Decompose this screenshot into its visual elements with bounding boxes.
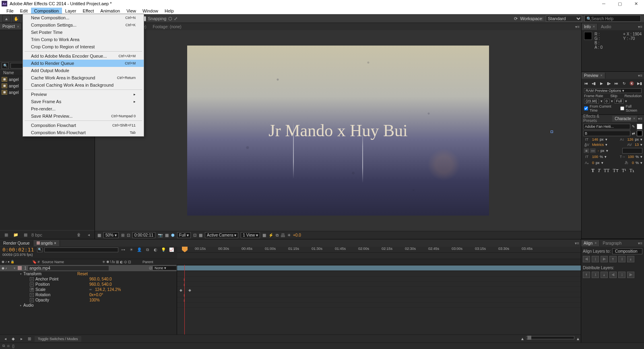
parent-pickwhip-icon[interactable]: @ xyxy=(149,266,153,270)
menu-edit[interactable]: Edit xyxy=(17,8,31,14)
rgb-icon[interactable]: ⬢ xyxy=(171,233,175,237)
close-icon[interactable]: × xyxy=(54,241,56,245)
viewer-timecode[interactable]: 0:00:02:11 xyxy=(132,232,155,238)
menu-item[interactable]: Composition Settings...Ctrl+K xyxy=(23,21,144,29)
skip-dropdown[interactable]: 0 xyxy=(604,99,609,104)
flowchart-icon[interactable]: 品 xyxy=(281,233,285,238)
menu-view[interactable]: View xyxy=(123,8,139,14)
timeline-tracks-area[interactable]: II◆◆II xyxy=(177,265,581,334)
all-caps-icon[interactable]: TT xyxy=(604,168,610,174)
menu-item[interactable]: Composition Mini-FlowchartTab xyxy=(23,129,144,136)
menu-help[interactable]: Help xyxy=(161,8,177,14)
menu-item[interactable]: Save RAM Preview...Ctrl+Numpad 0 xyxy=(23,112,144,120)
resolution-dropdown[interactable]: Full ▾ xyxy=(177,232,191,238)
close-icon[interactable]: × xyxy=(17,25,19,29)
status-icon[interactable]: ⧉ xyxy=(2,344,5,348)
dist-vcenter-icon[interactable]: ⫱ xyxy=(592,272,599,278)
menu-item[interactable]: Pre-render... xyxy=(23,105,144,112)
baseline-value[interactable]: 0 xyxy=(592,161,594,165)
sync-icon[interactable]: ⟳ xyxy=(514,16,518,21)
timeline-layer-row[interactable]: ◉♪ ▾ 1 angels.mp4 @ None ▾ xyxy=(0,265,177,271)
search-help-input[interactable]: 🔍 Search Help xyxy=(584,15,641,22)
comp-mini-flow-icon[interactable]: ⊶ xyxy=(120,247,126,253)
menu-item[interactable]: Cache Work Area in BackgroundCtrl+Return xyxy=(23,74,144,81)
footage-viewer-label[interactable]: Footage: (none) xyxy=(150,24,185,30)
leading-value[interactable]: 126 xyxy=(627,137,633,141)
shy-icon[interactable]: 👤 xyxy=(136,247,142,253)
menu-item[interactable]: Add Output Module xyxy=(23,67,144,74)
panel-menu-icon[interactable]: ▾≡ xyxy=(575,241,581,245)
menu-item[interactable]: Composition FlowchartCtrl+Shift+F11 xyxy=(23,122,144,129)
search-clear-icon[interactable]: ◂ xyxy=(85,232,92,238)
effects-presets-tab[interactable]: Effects & Presets xyxy=(582,113,612,124)
paragraph-tab[interactable]: Paragraph xyxy=(600,240,625,246)
composition-viewer[interactable]: Jr Mando x Huy Bui xyxy=(95,30,581,231)
menu-item[interactable]: Trim Comp to Work Area xyxy=(23,36,144,43)
audio-toggle-icon[interactable]: ♪ xyxy=(5,266,7,270)
faux-italic-icon[interactable]: T xyxy=(598,168,601,174)
roi-icon[interactable]: ⊡ xyxy=(193,233,196,237)
align-tab[interactable]: Align× xyxy=(581,240,600,246)
layer-color-label[interactable] xyxy=(18,266,22,270)
video-toggle-icon[interactable]: ◉ xyxy=(2,266,4,270)
pixel-aspect-icon[interactable]: ▦ xyxy=(262,233,266,237)
menu-item[interactable]: Set Poster Time xyxy=(23,29,144,36)
snap-expand-icon[interactable]: ⤢ xyxy=(174,16,178,21)
property-track[interactable]: I xyxy=(177,276,581,282)
reset-link[interactable]: Reset xyxy=(77,272,88,276)
timeline-comp-tab[interactable]: angels× xyxy=(33,240,60,246)
timeline-search-input[interactable] xyxy=(44,247,118,252)
property-track[interactable]: ◆◆ xyxy=(177,287,581,292)
stopwatch-icon[interactable]: ○ xyxy=(30,298,34,302)
play-icon[interactable]: ▶ xyxy=(599,81,605,86)
status-icon[interactable]: {} xyxy=(12,344,14,348)
keyframe-add-icon[interactable]: ◆ xyxy=(10,336,16,342)
font-style-dropdown[interactable]: B xyxy=(583,131,630,136)
hscale-value[interactable]: 100 xyxy=(628,155,634,159)
current-time-indicator-icon[interactable] xyxy=(182,247,188,252)
font-family-dropdown[interactable]: Adobe Fan Heiti... xyxy=(583,124,630,129)
preview-options-dropdown[interactable]: RAM Preview Options ▾ xyxy=(584,88,642,93)
resolution-grid-icon[interactable]: ⊞ xyxy=(121,233,124,237)
snapshot-icon[interactable]: 📷 xyxy=(158,233,163,237)
layer-name[interactable]: angels.mp4 xyxy=(28,266,109,270)
views-dropdown[interactable]: 1 View ▾ xyxy=(241,232,260,238)
dist-right-icon[interactable]: ⫸ xyxy=(627,272,634,278)
align-to-dropdown[interactable]: Composition xyxy=(612,248,642,254)
align-bottom-icon[interactable]: ⫰ xyxy=(627,256,634,262)
show-channel-icon[interactable]: ▦ xyxy=(165,233,169,237)
menu-item[interactable]: Cancel Caching Work Area in Background xyxy=(23,81,144,89)
preview-res-dropdown[interactable]: Full xyxy=(615,99,624,104)
kerning-value[interactable]: Metrics xyxy=(592,143,604,147)
property-track[interactable]: I xyxy=(177,282,581,287)
frame-blend-icon[interactable]: ⧉ xyxy=(144,247,151,253)
search-icon[interactable]: 🔍 xyxy=(37,247,43,252)
menu-layer[interactable]: Layer xyxy=(62,8,80,14)
snap-icon[interactable]: ⬡ xyxy=(168,16,172,21)
property-track[interactable]: I xyxy=(177,292,581,297)
layer-track[interactable] xyxy=(177,265,581,271)
transform-property-row[interactable]: ○Rotation0x+0.0° xyxy=(0,292,177,297)
transform-property-row[interactable]: ○Anchor Point960.0, 540.0 xyxy=(0,276,177,282)
audio-group[interactable]: ▸ Audio xyxy=(0,303,177,308)
minimize-button[interactable]: ─ xyxy=(596,0,612,7)
fast-previews-icon[interactable]: ⚡ xyxy=(268,233,273,237)
info-tab[interactable]: Info× xyxy=(582,24,598,30)
reset-exposure-icon[interactable]: ✳ xyxy=(287,233,291,237)
parent-dropdown[interactable]: None ▾ xyxy=(153,266,177,270)
next-frame-icon[interactable]: ▮▸ xyxy=(606,81,612,86)
timeline-icon[interactable]: ⧉ xyxy=(276,233,279,238)
align-hcenter-icon[interactable]: ⫶ xyxy=(592,256,599,262)
dist-bottom-icon[interactable]: ⫰ xyxy=(601,272,608,278)
full-screen-checkbox[interactable] xyxy=(620,106,624,110)
dist-top-icon[interactable]: ⫯ xyxy=(583,272,590,278)
swap-colors-icon[interactable]: ⇄ xyxy=(632,131,635,135)
maximize-button[interactable]: ▢ xyxy=(612,0,628,7)
zoom-out-icon[interactable]: ▲ xyxy=(520,336,525,342)
menu-animation[interactable]: Animation xyxy=(97,8,123,14)
faux-bold-icon[interactable]: T xyxy=(591,168,594,174)
panel-menu-icon[interactable]: ▾≡ xyxy=(638,241,644,245)
small-caps-icon[interactable]: Tᴛ xyxy=(613,168,618,174)
time-ruler[interactable]: 00:15s00:30s00:45s01:00s01:15s01:30s01:4… xyxy=(177,247,581,253)
interpret-footage-icon[interactable]: ▦ xyxy=(2,232,10,238)
